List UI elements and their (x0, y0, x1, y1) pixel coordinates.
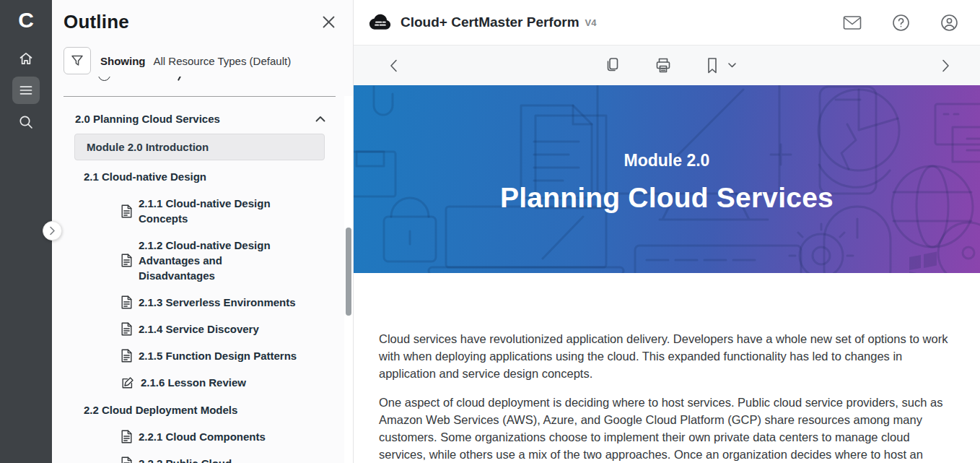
clipped-list-item[interactable] (92, 77, 353, 87)
outline-scrollbar-thumb[interactable] (346, 228, 351, 316)
filter-row: Showing All Resource Types (Default) (64, 47, 353, 74)
main-area: Cloud+ CertMaster Perform V4 (354, 0, 980, 463)
module-title: Planning Cloud Services (500, 182, 834, 214)
item-label: 2.1.5 Function Design Patterns (139, 348, 297, 363)
chevron-left-icon (390, 59, 398, 72)
module-hero-banner: Module 2.0 Planning Cloud Services (354, 85, 980, 273)
document-icon (121, 430, 132, 443)
print-button[interactable] (654, 56, 673, 75)
showing-value: All Resource Types (Default) (154, 55, 292, 67)
paragraph: One aspect of cloud deployment is decidi… (379, 394, 959, 463)
item-label: 2.1.6 Lesson Review (141, 375, 246, 390)
outline-title: Outline (64, 11, 129, 33)
lesson-content[interactable]: Module 2.0 Planning Cloud Services Cloud… (354, 85, 980, 463)
item-label: 2.2.1 Cloud Components (139, 429, 266, 444)
clipped-glyph (178, 77, 182, 81)
home-button[interactable] (12, 45, 40, 72)
outline-item-2-1-4[interactable]: 2.1.4 Service Discovery (64, 316, 341, 342)
chevron-down-icon (728, 63, 736, 68)
lesson-body: Cloud services have revolutionized appli… (354, 273, 980, 463)
panel-collapse-handle[interactable] (43, 221, 62, 241)
reader-toolbar (354, 46, 980, 85)
item-label: 2.2.2 Public Cloud (139, 456, 232, 463)
document-icon (121, 204, 132, 218)
next-page-button[interactable] (942, 59, 950, 72)
close-outline-button[interactable] (322, 15, 336, 29)
help-button[interactable] (892, 14, 910, 32)
funnel-icon (70, 53, 84, 68)
outline-item-2-1-1[interactable]: 2.1.1 Cloud-native Design Concepts (64, 190, 341, 232)
pencil-icon (121, 376, 134, 389)
document-icon (121, 322, 132, 336)
home-icon (17, 50, 35, 67)
close-icon (322, 15, 336, 29)
document-icon (121, 456, 132, 463)
module-number: Module 2.0 (624, 151, 710, 170)
outline-item-2-1-3[interactable]: 2.1.3 Serverless Environments (64, 289, 341, 316)
outline-scrollbar-track[interactable] (344, 96, 353, 463)
document-icon (121, 349, 132, 363)
item-label: 2.1.2 Cloud-native Design Advantages and… (139, 238, 272, 283)
envelope-icon (843, 15, 862, 30)
course-header: Cloud+ CertMaster Perform V4 (354, 0, 980, 46)
contents-button[interactable] (12, 77, 40, 104)
item-label: Module 2.0 Introduction (87, 141, 209, 153)
chevron-right-icon (49, 226, 56, 235)
showing-label: Showing (100, 55, 146, 67)
paragraph: Cloud services have revolutionized appli… (379, 330, 959, 383)
user-icon (940, 14, 958, 32)
item-label: 2.1.4 Service Discovery (139, 321, 259, 337)
help-icon (892, 14, 910, 32)
outline-item-2-1-6[interactable]: 2.1.6 Lesson Review (64, 369, 341, 396)
copy-button[interactable] (603, 56, 621, 75)
outline-item-module-2-0-introduction[interactable]: Module 2.0 Introduction (74, 134, 325, 160)
filter-button[interactable] (64, 47, 91, 74)
course-version: V4 (585, 17, 597, 28)
outline-subsection-2-1[interactable]: 2.1 Cloud-native Design (64, 163, 341, 190)
outline-section-2-0[interactable]: 2.0 Planning Cloud Services (64, 104, 341, 132)
bookmark-menu-button[interactable] (728, 63, 736, 68)
outline-item-2-2-2[interactable]: 2.2.2 Public Cloud (64, 450, 341, 463)
subsection-label: 2.2 Cloud Deployment Models (84, 404, 237, 416)
messages-button[interactable] (843, 15, 862, 30)
outline-item-2-1-5[interactable]: 2.1.5 Function Design Patterns (64, 342, 341, 369)
outline-item-2-1-2[interactable]: 2.1.2 Cloud-native Design Advantages and… (64, 232, 341, 289)
search-icon (17, 113, 35, 131)
search-button[interactable] (12, 108, 40, 136)
outline-subsection-2-2[interactable]: 2.2 Cloud Deployment Models (64, 396, 341, 423)
subsection-label: 2.1 Cloud-native Design (84, 170, 206, 183)
copy-icon (603, 56, 621, 75)
item-label: 2.1.1 Cloud-native Design Concepts (139, 196, 310, 226)
bookmark-icon (706, 57, 719, 74)
outline-item-2-2-1[interactable]: 2.2.1 Cloud Components (64, 423, 341, 450)
bookmark-button[interactable] (706, 57, 719, 74)
chevron-right-icon (942, 59, 950, 72)
comptia-logo: C (18, 9, 34, 40)
clipped-icon (98, 77, 110, 81)
cloud-course-icon (368, 14, 392, 31)
section-label: 2.0 Planning Cloud Services (75, 113, 220, 125)
document-icon (121, 254, 132, 267)
app-window: C Outline (0, 0, 980, 463)
printer-icon (654, 56, 673, 75)
outline-list: 2.0 Planning Cloud Services Module 2.0 I… (52, 97, 353, 463)
course-title: Cloud+ CertMaster Perform (401, 14, 579, 30)
menu-icon (18, 82, 34, 98)
account-button[interactable] (940, 14, 958, 32)
outline-panel: Outline Showing All Resource Types (Defa… (52, 0, 354, 463)
previous-page-button[interactable] (390, 59, 398, 72)
chevron-up-icon[interactable] (315, 116, 325, 122)
document-icon (121, 295, 132, 309)
item-label: 2.1.3 Serverless Environments (139, 295, 296, 310)
